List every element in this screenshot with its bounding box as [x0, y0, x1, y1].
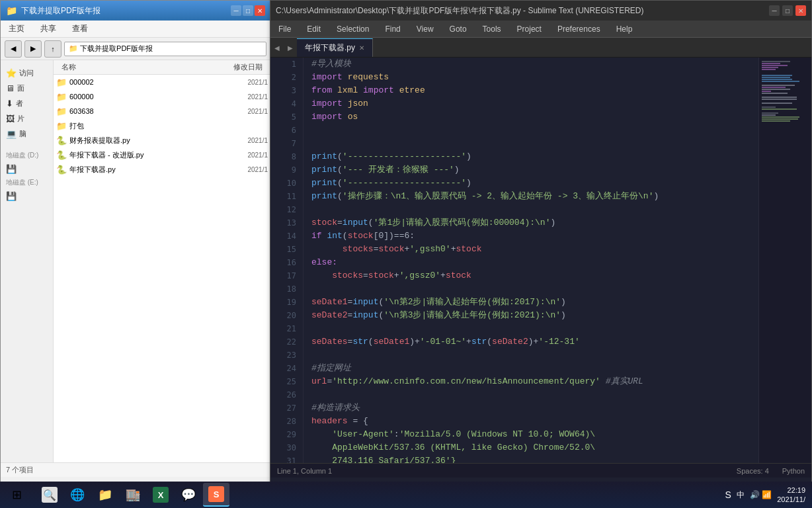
st-minimize-button[interactable]: ─ [769, 5, 780, 16]
list-item[interactable]: 🐍 年报下载器.py 2021/1 [54, 162, 270, 177]
code-content[interactable]: #导入模块 import requests from lxml import e… [304, 58, 758, 463]
sublime-statusbar: Line 1, Column 1 Spaces: 4 Python [270, 463, 811, 478]
tab-annual-report[interactable]: 年报下载器.py ✕ [297, 38, 373, 57]
py-icon: 🐍 [56, 136, 67, 146]
menu-tools[interactable]: Tools [480, 23, 504, 35]
menu-find[interactable]: Find [382, 23, 403, 35]
file-date: 2021/1 [188, 108, 268, 115]
tray-icon-s: S [725, 489, 731, 500]
var-sd2: seDate2 [492, 335, 528, 349]
file-date: 2021/1 [188, 137, 268, 144]
chrome-icon: 🌐 [69, 487, 85, 503]
var-stock5: stock [368, 269, 394, 282]
code-line-26 [304, 388, 758, 402]
menu-goto[interactable]: Goto [447, 23, 469, 35]
file-name: 财务报表提取器.py [69, 136, 188, 146]
comment-url: #指定网址 [311, 362, 351, 375]
menu-file[interactable]: File [276, 23, 294, 35]
folder-icon: 📁 [56, 92, 67, 102]
fn-int: int [327, 230, 342, 243]
list-item[interactable]: 🐍 年报下载器 - 改进版.py 2021/1 [54, 148, 270, 162]
col-date[interactable]: 修改日期 [188, 62, 268, 72]
menu-help[interactable]: Help [614, 23, 635, 35]
sidebar-item-drive-e[interactable]: 💾 [3, 189, 50, 204]
str-gssz: ',gssz0' [399, 269, 440, 282]
tab-nav-left[interactable]: ◀ [270, 38, 284, 57]
menu-edit[interactable]: Edit [304, 23, 323, 35]
menu-selection[interactable]: Selection [334, 23, 372, 35]
status-lang[interactable]: Python [782, 467, 805, 475]
str-date2-prompt: '\n第3步|请输入终止年份(例如:2021):\n' [384, 309, 561, 322]
menu-view[interactable]: 查看 [69, 22, 91, 36]
code-line-23 [304, 349, 758, 362]
sidebar-label-access: 访问 [19, 68, 34, 78]
minimize-button[interactable]: ─ [231, 5, 241, 16]
close-button[interactable]: ✕ [255, 5, 265, 16]
status-right: Spaces: 4 Python [737, 467, 805, 475]
code-line-13: stock = input ( '第1步|请输入股票代码(例如:000004):… [304, 216, 758, 230]
list-item[interactable]: 🐍 财务报表提取器.py 2021/1 [54, 133, 270, 148]
sublime-titlebar: C:\Users\Administrator\Desktop\下载并提取PDF版… [270, 1, 811, 21]
sublime-title: C:\Users\Administrator\Desktop\下载并提取PDF版… [276, 5, 769, 17]
taskbar-search[interactable]: 🔍 [36, 483, 63, 507]
tab-label: 年报下载器.py [305, 42, 355, 54]
file-name: 600000 [69, 93, 188, 101]
sidebar-item-access[interactable]: ⭐ 访问 [3, 65, 50, 81]
menu-share[interactable]: 共享 [38, 22, 59, 36]
col-name[interactable]: 名称 [56, 62, 188, 72]
module-requests: requests [348, 71, 389, 84]
sidebar-item-drive-d[interactable]: 💾 [3, 161, 50, 177]
str-url: 'http://www.cninfo.com.cn/new/hisAnnounc… [332, 375, 600, 388]
taskbar-chrome[interactable]: 🌐 [64, 483, 91, 507]
drive-e-label: 地磁盘 (E:) [3, 177, 50, 189]
taskbar-wechat[interactable]: 💬 [175, 483, 202, 507]
sidebar-item-computer[interactable]: 💻 脑 [3, 126, 50, 142]
taskbar-store[interactable]: 🏬 [120, 483, 146, 507]
tab-close-button[interactable]: ✕ [359, 44, 364, 52]
line-num-3: 3 [270, 84, 303, 97]
str-gssh: ',gssh0' [409, 243, 450, 256]
sidebar-label-computer: 脑 [19, 129, 26, 139]
code-line-28: headers = { [304, 415, 758, 428]
menu-home[interactable]: 主页 [6, 22, 27, 36]
address-bar[interactable]: 📁 下载并提取PDF版年报 [64, 42, 266, 56]
menu-preferences[interactable]: Preferences [555, 23, 603, 35]
taskbar-excel[interactable]: X [147, 483, 174, 507]
list-item[interactable]: 📁 600000 2021/1 [54, 89, 270, 104]
menu-view[interactable]: View [414, 23, 436, 35]
var-stock6: stock [446, 269, 471, 282]
back-button[interactable]: ◀ [5, 40, 22, 58]
st-close-button[interactable]: ✕ [795, 5, 806, 16]
sidebar-item-pictures[interactable]: 🖼 片 [3, 111, 50, 126]
list-item[interactable]: 📁 000002 2021/1 [54, 75, 270, 89]
status-spaces[interactable]: Spaces: 4 [737, 467, 769, 475]
sp [343, 97, 348, 110]
comment-headers: #构造请求头 [311, 402, 360, 415]
file-explorer-titlebar: 📁 下载并提取PDF版年报 ─ □ ✕ [1, 1, 270, 21]
file-explorer-title: 下载并提取PDF版年报 [21, 5, 231, 17]
taskbar-sublime[interactable]: S [203, 483, 229, 507]
code-editor[interactable]: 1 2 3 4 5 6 7 8 9 10 11 12 13 14 15 16 1… [270, 58, 811, 463]
code-line-22: seDates = str ( seDate1 )+ '-01-01~' + s… [304, 335, 758, 349]
maximize-button[interactable]: □ [243, 5, 253, 16]
list-item[interactable]: 📁 打包 [54, 118, 270, 133]
code-line-5: import os [304, 110, 758, 124]
system-time[interactable]: 22:19 2021/11/ [777, 486, 805, 505]
sidebar-item-desktop[interactable]: 🖥 面 [3, 81, 50, 96]
search-icon: 🔍 [42, 487, 58, 503]
tab-nav-right[interactable]: ▶ [284, 38, 297, 57]
list-item[interactable]: 📁 603638 2021/1 [54, 104, 270, 118]
wechat-icon: 💬 [181, 487, 196, 503]
menu-project[interactable]: Project [514, 23, 544, 35]
sp [332, 84, 337, 97]
up-button[interactable]: ↑ [44, 40, 61, 58]
sidebar-item-downloads[interactable]: ⬇ 者 [3, 96, 50, 111]
address-text: 下载并提取PDF版年报 [80, 44, 153, 54]
forward-button[interactable]: ▶ [24, 40, 42, 58]
taskbar-explorer[interactable]: 📁 [92, 483, 118, 507]
file-date: 2021/1 [188, 166, 268, 173]
line-num-30: 30 [270, 441, 303, 454]
start-button[interactable]: ⊞ [0, 482, 33, 508]
line-num-25: 25 [270, 375, 303, 388]
st-maximize-button[interactable]: □ [782, 5, 793, 16]
